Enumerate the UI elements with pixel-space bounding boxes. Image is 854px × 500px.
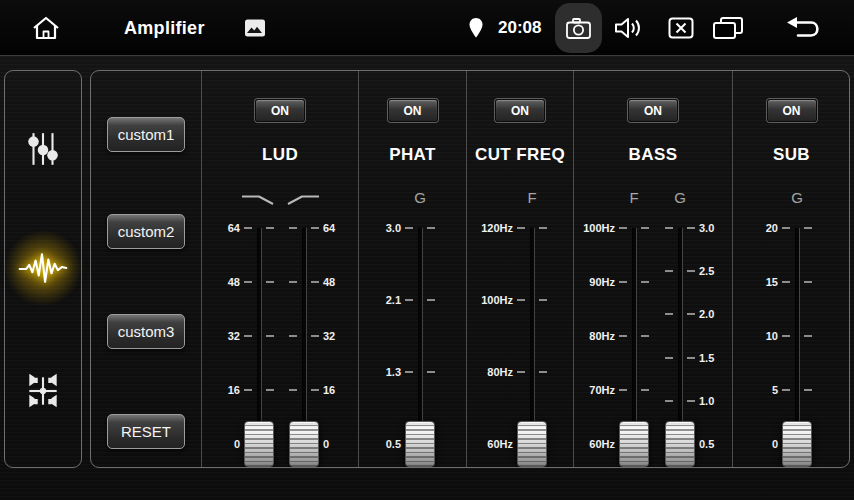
- back-icon[interactable]: [784, 15, 824, 41]
- custom3-button[interactable]: custom3: [107, 314, 185, 349]
- tick-mark: [405, 227, 413, 229]
- bass-frequency-tick-label: 80Hz: [571, 329, 615, 343]
- tick-mark: [804, 335, 812, 337]
- phat-gain-tick-label: 0.5: [357, 437, 401, 451]
- sub-gain-tick-label: 0: [734, 437, 778, 451]
- tick-mark: [289, 227, 297, 229]
- tick-mark: [641, 227, 649, 229]
- bass-gain-slider-thumb[interactable]: [665, 421, 695, 467]
- tick-mark: [641, 389, 649, 391]
- reset-button[interactable]: RESET: [107, 414, 185, 449]
- tick-mark: [311, 281, 319, 283]
- tick-mark: [244, 335, 252, 337]
- sub-on-button[interactable]: ON: [767, 99, 817, 122]
- bass-frequency-tick-label: 60Hz: [571, 437, 615, 451]
- phat-gain-axis-label: G: [400, 189, 440, 206]
- sub-gain-axis-label: G: [777, 189, 817, 206]
- tick-mark: [427, 299, 435, 301]
- cutfreq-frequency-slider-thumb[interactable]: [517, 421, 547, 467]
- tick-mark: [266, 389, 274, 391]
- cutfreq-frequency-tick-label: 60Hz: [469, 437, 513, 451]
- bass-frequency-slider-track[interactable]: [633, 228, 636, 444]
- amp-column-phat: ONPHATG3.02.11.30.5: [358, 71, 466, 467]
- tick-mark: [641, 335, 649, 337]
- tick-mark: [804, 227, 812, 229]
- cutfreq-frequency-tick-label: 100Hz: [469, 293, 513, 307]
- tick-mark: [687, 357, 695, 359]
- tick-mark: [619, 227, 627, 229]
- presets-column: custom1 custom2 custom3 RESET: [91, 71, 201, 467]
- amplifier-panel: custom1 custom2 custom3 RESET ONLUD64483…: [90, 70, 850, 468]
- lud-left-slider-track[interactable]: [258, 228, 261, 444]
- cutfreq-frequency-axis-label: F: [512, 189, 552, 206]
- lud-on-button[interactable]: ON: [255, 99, 305, 122]
- tick-mark: [665, 313, 673, 315]
- sidebar-item-equalizer[interactable]: [17, 123, 69, 175]
- tick-mark: [782, 335, 790, 337]
- lud-right-slider-track[interactable]: [303, 228, 306, 444]
- lud-left-slider-thumb[interactable]: [244, 421, 274, 467]
- tick-mark: [244, 227, 252, 229]
- sub-gain-tick-label: 5: [734, 383, 778, 397]
- screenshot-button[interactable]: [555, 3, 602, 53]
- tick-mark: [804, 281, 812, 283]
- tick-mark: [687, 313, 695, 315]
- waveform-icon: [17, 250, 69, 286]
- tick-mark: [266, 227, 274, 229]
- sub-gain-slider-thumb[interactable]: [782, 421, 812, 467]
- tick-mark: [665, 270, 673, 272]
- location-icon[interactable]: [468, 17, 484, 39]
- tick-mark: [782, 227, 790, 229]
- sub-gain-tick-label: 15: [734, 275, 778, 289]
- custom2-button[interactable]: custom2: [107, 214, 185, 249]
- tick-mark: [539, 227, 547, 229]
- lud-title: LUD: [202, 145, 358, 165]
- amp-column-cutfreq: ONCUT FREQF120Hz100Hz80Hz60Hz: [466, 71, 573, 467]
- phat-gain-slider-track[interactable]: [419, 228, 422, 444]
- phat-gain-tick-label: 1.3: [357, 365, 401, 379]
- tick-mark: [641, 281, 649, 283]
- phat-gain-slider-thumb[interactable]: [405, 421, 435, 467]
- recent-apps-icon[interactable]: [712, 16, 744, 40]
- tick-mark: [311, 389, 319, 391]
- tick-mark: [619, 335, 627, 337]
- tick-mark: [405, 299, 413, 301]
- phat-gain-tick-label: 2.1: [357, 293, 401, 307]
- tick-mark: [687, 400, 695, 402]
- tick-mark: [782, 389, 790, 391]
- amp-column-bass: ONBASSF100Hz90Hz80Hz70Hz60HzG3.02.52.01.…: [573, 71, 732, 467]
- gallery-icon[interactable]: [244, 18, 266, 37]
- bass-frequency-tick-label: 70Hz: [571, 383, 615, 397]
- tick-mark: [539, 299, 547, 301]
- tick-mark: [244, 389, 252, 391]
- camera-icon: [565, 17, 592, 40]
- custom1-button[interactable]: custom1: [107, 117, 185, 152]
- sub-gain-slider-track[interactable]: [796, 228, 799, 444]
- phat-on-button[interactable]: ON: [388, 99, 438, 122]
- cutfreq-on-button[interactable]: ON: [495, 99, 545, 122]
- bass-frequency-slider-thumb[interactable]: [619, 421, 649, 467]
- lud-left-tick-label: 64: [196, 221, 240, 235]
- bass-gain-slider-track[interactable]: [679, 228, 682, 444]
- bass-frequency-axis-label: F: [614, 189, 654, 206]
- tick-mark: [311, 335, 319, 337]
- lud-right-slider-thumb[interactable]: [289, 421, 319, 467]
- tick-mark: [289, 335, 297, 337]
- lud-left-tick-label: 16: [196, 383, 240, 397]
- highpass-curve-icon: [285, 193, 323, 211]
- lowpass-curve-icon: [240, 193, 278, 211]
- volume-icon[interactable]: [613, 15, 643, 40]
- close-window-icon[interactable]: [668, 17, 694, 39]
- sub-title: SUB: [733, 145, 850, 165]
- home-icon[interactable]: [30, 14, 62, 42]
- tick-mark: [687, 270, 695, 272]
- tick-mark: [244, 281, 252, 283]
- cutfreq-frequency-slider-track[interactable]: [531, 228, 534, 444]
- sub-gain-tick-label: 20: [734, 221, 778, 235]
- sidebar-item-sound-effects[interactable]: [17, 242, 69, 294]
- tick-mark: [665, 357, 673, 359]
- amp-column-lud: ONLUD644832160644832160: [201, 71, 358, 467]
- tick-mark: [665, 227, 673, 229]
- bass-on-button[interactable]: ON: [628, 99, 678, 122]
- sidebar-item-speaker-balance[interactable]: [17, 365, 69, 417]
